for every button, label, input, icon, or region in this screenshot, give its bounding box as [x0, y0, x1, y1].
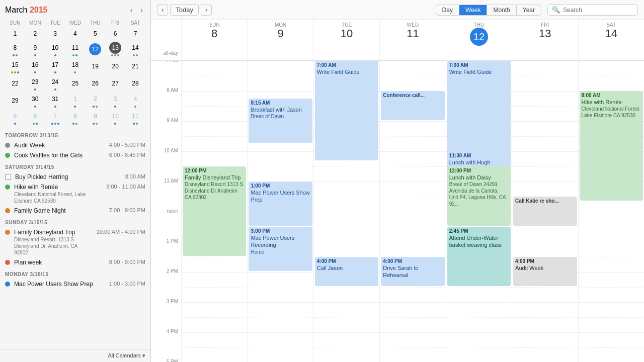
mini-cal-day[interactable]: 2: [25, 27, 45, 41]
calendar-event[interactable]: 4:00 PMAudit Week: [513, 257, 577, 286]
view-year-button[interactable]: Year: [517, 5, 541, 15]
mini-cal-day[interactable]: 17: [45, 58, 65, 75]
mini-cal-day[interactable]: 27: [105, 75, 125, 92]
mini-cal-day[interactable]: 14: [125, 41, 145, 58]
calendar-event[interactable]: 4:00 PMDrive Sarah to Rehearsal: [381, 257, 444, 286]
view-day-button[interactable]: Day: [436, 5, 459, 15]
list-item[interactable]: Hike with RenéeCleveland National Forest…: [5, 182, 145, 206]
mini-cal-day[interactable]: 3: [45, 27, 65, 41]
calendar-event[interactable]: 12:00 PMLunch with DaisyBreak of Dawn 24…: [447, 166, 511, 226]
event-subtitle: Disneyland Resort 1313 S Disneyland Dr A…: [185, 181, 244, 201]
view-month-button[interactable]: Month: [487, 5, 516, 15]
prev-week-button[interactable]: ‹: [157, 4, 168, 16]
date-number[interactable]: 8: [182, 28, 247, 40]
search-box[interactable]: 🔍: [547, 4, 638, 16]
mini-cal-day[interactable]: 10: [45, 41, 65, 58]
mini-cal-title: March 2015: [5, 6, 48, 15]
event-time: 4:00 PM: [317, 258, 376, 264]
list-item[interactable]: Buy Pickled Herring8:00 AM: [5, 172, 145, 182]
search-input[interactable]: [563, 7, 633, 14]
event-title: Attend Under-Water basket weaving class: [449, 234, 509, 249]
mini-cal-day[interactable]: 26: [85, 75, 105, 92]
mini-cal-day[interactable]: 25: [65, 75, 86, 92]
day-of-week: THU: [446, 22, 512, 28]
mini-cal-day[interactable]: 11: [65, 41, 86, 58]
mini-cal-day[interactable]: 15: [5, 58, 25, 75]
mini-cal-day[interactable]: 6: [25, 109, 45, 126]
mini-cal-day[interactable]: 9: [85, 109, 105, 126]
calendar-event[interactable]: 8:00 AMHike with RenéeCleveland National…: [580, 91, 643, 201]
mini-cal-day[interactable]: 16: [25, 58, 45, 75]
calendar-event[interactable]: 7:00 AMWrite Field Guide: [315, 61, 378, 160]
event-dot: [5, 143, 10, 148]
date-number[interactable]: 13: [512, 28, 578, 40]
calendar-event[interactable]: 1:00 PMMac Power Users Show Prep: [249, 182, 312, 226]
next-month-button[interactable]: ›: [138, 5, 145, 15]
mini-cal-day[interactable]: 8: [65, 109, 86, 126]
date-number[interactable]: 11: [380, 28, 445, 40]
list-item[interactable]: Mac Power Users Show Prep1:00 - 3:00 PM: [5, 279, 145, 289]
mini-cal-day[interactable]: 5: [5, 109, 25, 126]
mini-cal-day[interactable]: 1: [5, 27, 25, 41]
mini-cal-day[interactable]: 18: [65, 58, 86, 75]
dow-header: MON: [25, 19, 45, 27]
prev-month-button[interactable]: ‹: [128, 5, 135, 15]
mini-cal-day[interactable]: 1: [65, 92, 86, 109]
calendar-event[interactable]: 4:00 PMCall Jason: [315, 257, 378, 286]
mini-cal-day[interactable]: 7: [45, 109, 65, 126]
next-week-button[interactable]: ›: [201, 4, 212, 16]
mini-cal-day[interactable]: 31: [45, 92, 65, 109]
event-title: Breakfast with Jason: [251, 106, 310, 113]
list-item[interactable]: Cook Waffles for the Girls6:00 - 8:45 PM: [5, 150, 145, 160]
calendar-event[interactable]: Call Katie re sho...: [513, 197, 577, 226]
view-week-button[interactable]: Week: [459, 5, 487, 15]
event-time: 8:15 AM: [251, 100, 310, 106]
today-button[interactable]: Today: [170, 4, 199, 16]
mini-cal-day[interactable]: 29: [5, 92, 25, 109]
mini-cal-day[interactable]: 20: [105, 58, 125, 75]
mini-cal-day[interactable]: 11: [125, 109, 145, 126]
dow-header: SAT: [125, 19, 145, 27]
calendar-event[interactable]: 2:45 PMAttend Under-Water basket weaving…: [447, 227, 511, 286]
mini-cal-day[interactable]: 24: [45, 75, 65, 92]
mini-cal-day[interactable]: 4: [125, 92, 145, 109]
event-time: 12:00 PM: [449, 167, 509, 174]
mini-cal-day[interactable]: 2: [85, 92, 105, 109]
list-item[interactable]: Family Game Night7:00 - 9:00 PM: [5, 206, 145, 216]
mini-cal-day[interactable]: 28: [125, 75, 145, 92]
calendar-event[interactable]: Conference call...: [381, 91, 444, 120]
day-header: THU12: [446, 20, 512, 48]
mini-cal-day[interactable]: 7: [125, 27, 145, 41]
list-item[interactable]: Plan week8:00 - 9:00 PM: [5, 257, 145, 267]
event-name: Family Disneyland Trip: [14, 229, 93, 236]
calendar-event[interactable]: 12:00 PMFamily Disneyland TripDisneyland…: [183, 166, 246, 256]
mini-cal-day[interactable]: 12: [85, 41, 105, 58]
calendar-filter[interactable]: All Calendars ▾: [108, 352, 145, 359]
mini-cal-day[interactable]: 22: [5, 75, 25, 92]
calendar-event[interactable]: 8:15 AMBreakfast with JasonBreak of Dawn: [249, 99, 312, 143]
list-item[interactable]: Audit Week4:00 - 5:00 PM: [5, 140, 145, 150]
calendar-event[interactable]: 7:00 AMWrite Field Guide: [447, 61, 511, 160]
mini-cal-day[interactable]: 8: [5, 41, 25, 58]
event-checkbox[interactable]: [5, 174, 11, 180]
event-time: 3:00 PM: [251, 228, 310, 234]
date-number[interactable]: 14: [579, 28, 644, 40]
date-number[interactable]: 10: [314, 28, 379, 40]
mini-cal-day[interactable]: 10: [105, 109, 125, 126]
mini-cal-day[interactable]: 4: [65, 27, 86, 41]
mini-cal-day[interactable]: 30: [25, 92, 45, 109]
mini-cal-day[interactable]: 9: [25, 41, 45, 58]
calendar-event[interactable]: 3:00 PMMac Power Users RecordingHome: [249, 227, 312, 271]
mini-cal-day[interactable]: 3: [105, 92, 125, 109]
date-number[interactable]: 12: [470, 28, 488, 46]
mini-cal-day[interactable]: 13: [105, 41, 125, 58]
mini-cal-day[interactable]: 21: [125, 58, 145, 75]
date-number[interactable]: 9: [248, 28, 313, 40]
mini-cal-day[interactable]: 19: [85, 58, 105, 75]
event-time: 2:45 PM: [449, 228, 509, 234]
list-item[interactable]: Family Disneyland TripDisneyland Resort,…: [5, 227, 145, 257]
mini-cal-day[interactable]: 23: [25, 75, 45, 92]
mini-cal-day[interactable]: 6: [105, 27, 125, 41]
allday-cells: [181, 48, 644, 60]
mini-cal-day[interactable]: 5: [85, 27, 105, 41]
